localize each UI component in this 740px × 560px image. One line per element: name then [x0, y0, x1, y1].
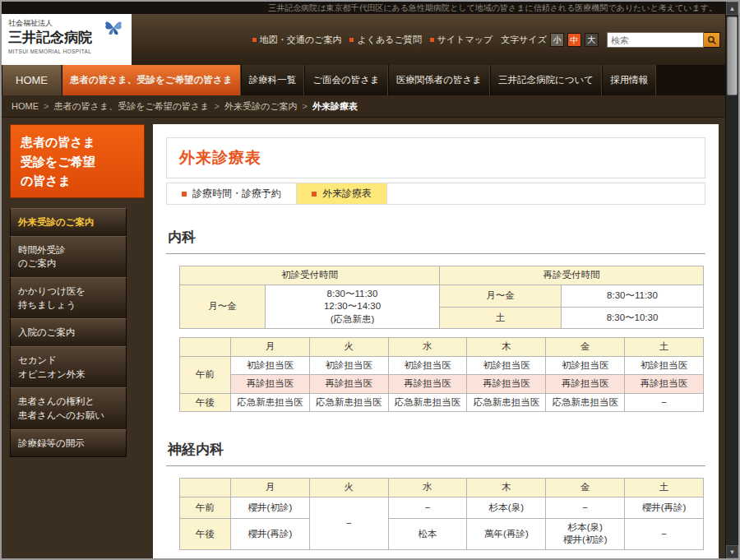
breadcrumb-patients[interactable]: 患者の皆さま、受診をご希望の皆さま [53, 100, 209, 113]
nav-medical-professionals[interactable]: 医療関係者の皆さま [388, 65, 490, 95]
search-icon [707, 35, 717, 45]
schedule-cell: − [625, 518, 704, 549]
top-message-bar: 三井記念病院は東京都千代田区にある急性期病院として地域の皆さまに信頼される医療機… [2, 2, 725, 14]
font-size-control: 文字サイズ 小 中 大 [501, 33, 599, 47]
day-header: 火 [309, 338, 388, 357]
schedule-cell: 応急新患担当医 [546, 393, 625, 412]
day-header: 土 [625, 338, 704, 357]
tab-outpatient-schedule[interactable]: 外来診療表 [297, 183, 387, 204]
butterfly-logo-icon [102, 17, 125, 40]
am-label: 午前 [180, 497, 231, 518]
nav-recruit[interactable]: 採用情報 [602, 65, 656, 95]
sidebar-item-outpatient-guide[interactable]: 外来受診のご案内 [10, 208, 127, 236]
neurology-schedule-table: 月 火 水 木 金 土 午前 櫻井(初診) − − 杉本(泉) − [179, 478, 704, 550]
day-header: 水 [388, 479, 467, 498]
day-header: 金 [546, 338, 625, 357]
schedule-cell: 再診担当医 [309, 375, 388, 394]
schedule-cell: 初診担当医 [625, 356, 704, 375]
font-size-small-button[interactable]: 小 [550, 33, 564, 47]
bullet-icon [349, 38, 354, 42]
breadcrumb: HOME > 患者の皆さま、受診をご希望の皆さま > 外来受診のご案内 > 外来… [2, 95, 725, 118]
pm-label: 午後 [180, 518, 231, 549]
day-header: 水 [388, 338, 467, 357]
search-input[interactable] [607, 32, 704, 48]
schedule-cell: 初診担当医 [231, 356, 310, 375]
schedule-cell: 再診担当医 [388, 375, 467, 394]
tab-consultation-hours[interactable]: 診療時間・診療予約 [167, 183, 297, 204]
breadcrumb-home[interactable]: HOME [12, 101, 39, 111]
day-header: 土 [625, 479, 704, 498]
schedule-cell: − [546, 497, 625, 518]
schedule-cell: 松本 [388, 518, 467, 549]
hospital-tagline: 三井記念病院は東京都千代田区にある急性期病院として地域の皆さまに信頼される医療機… [268, 2, 717, 14]
sidebar-item-patient-rights[interactable]: 患者さんの権利と 患者さんへのお願い [10, 387, 127, 428]
link-faq[interactable]: よくあるご質問 [349, 34, 421, 46]
hospital-logo[interactable]: 社会福祉法人 三井記念病院 MITSUI MEMORIAL HOSPITAL [2, 14, 132, 65]
schedule-cell: 初診担当医 [467, 356, 546, 375]
revisit-days: 月〜金 [440, 285, 562, 307]
scroll-up-button[interactable]: ▲ [726, 2, 738, 15]
scroll-down-button[interactable]: ▼ [726, 545, 738, 558]
nav-visitors[interactable]: ご面会の皆さま [304, 65, 388, 95]
browser-viewport: 三井記念病院は東京都千代田区にある急性期病院として地域の皆さまに信頼される医療機… [0, 0, 740, 560]
nav-patients[interactable]: 患者の皆さま、受診をご希望の皆さま [62, 65, 241, 95]
bullet-icon [182, 192, 187, 197]
page-title-box: 外来診療表 [166, 137, 705, 178]
sidebar-item-medical-records[interactable]: 診療録等の開示 [10, 429, 127, 457]
font-size-label: 文字サイズ [501, 34, 547, 46]
schedule-cell: 応急新患担当医 [309, 393, 388, 412]
tab-row: 診療時間・診療予約 外来診療表 [166, 183, 705, 205]
body-area: 患者の皆さま 受診をご希望 の皆さま 外来受診のご案内 時間外受診 のご案内 か… [2, 118, 725, 558]
scrollbar-thumb[interactable] [727, 16, 738, 95]
link-label: サイトマップ [437, 34, 493, 46]
breadcrumb-outpatient-guide[interactable]: 外来受診のご案内 [224, 100, 298, 113]
scrollbar-track[interactable] [726, 15, 738, 545]
revisit-days: 土 [440, 307, 562, 329]
sidebar-item-family-doctor[interactable]: かかりつけ医を 持ちましょう [10, 277, 127, 318]
nav-departments[interactable]: 診療科一覧 [241, 65, 305, 95]
search-button[interactable] [704, 32, 720, 48]
first-visit-days: 月〜金 [180, 285, 266, 329]
breadcrumb-current: 外来診療表 [312, 100, 358, 113]
day-header: 金 [546, 479, 625, 498]
schedule-cell: 萬年(再診) [467, 518, 546, 549]
link-sitemap[interactable]: サイトマップ [430, 34, 493, 46]
nav-home[interactable]: HOME [2, 65, 62, 95]
bullet-icon [312, 192, 317, 197]
link-access-map[interactable]: 地図・交通のご案内 [252, 34, 342, 46]
schedule-cell: 応急新患担当医 [388, 393, 467, 412]
schedule-cell: 杉本(泉) 櫻井(初診) [546, 518, 625, 549]
sidebar-menu: 外来受診のご案内 時間外受診 のご案内 かかりつけ医を 持ちましょう 入院のご案… [10, 208, 127, 457]
nav-about-hospital[interactable]: 三井記念病院について [490, 65, 602, 95]
am-label: 午前 [180, 356, 231, 393]
revisit-time: 8:30〜11:30 [562, 285, 704, 307]
sidebar-section-title[interactable]: 患者の皆さま 受診をご希望 の皆さま [10, 124, 145, 198]
pm-label: 午後 [180, 393, 231, 412]
font-size-medium-button[interactable]: 中 [567, 33, 581, 47]
schedule-cell: 再診担当医 [467, 375, 546, 394]
schedule-cell: − [309, 497, 388, 549]
bullet-icon [430, 38, 434, 42]
font-size-large-button[interactable]: 大 [585, 33, 599, 47]
schedule-cell: − [388, 497, 467, 518]
schedule-cell: 杉本(泉) [467, 497, 546, 518]
sidebar-item-hospitalization[interactable]: 入院のご案内 [10, 318, 127, 346]
schedule-cell: 再診担当医 [625, 375, 704, 394]
sidebar-item-second-opinion[interactable]: セカンド オピニオン外来 [10, 346, 127, 387]
site-search [607, 32, 720, 48]
site-header: 社会福祉法人 三井記念病院 MITSUI MEMORIAL HOSPITAL 地… [2, 14, 725, 65]
breadcrumb-separator: > [215, 101, 220, 111]
section-heading-neurology: 神経内科 [166, 438, 705, 466]
schedule-cell: 応急新患担当医 [467, 393, 546, 412]
link-label: 地図・交通のご案内 [260, 34, 342, 46]
vertical-scrollbar[interactable]: ▲ ▼ [725, 2, 738, 558]
corner-cell [180, 479, 231, 498]
sidebar-item-after-hours[interactable]: 時間外受診 のご案内 [10, 236, 127, 277]
internal-medicine-schedule-table: 月 火 水 木 金 土 午前 初診担当医 初診担当医 初診担当医 初診担当医 初… [179, 337, 704, 412]
corner-cell [180, 338, 231, 357]
first-visit-time: 8:30〜11:30 12:30〜14:30 (応急新患) [266, 285, 440, 329]
main-navigation: HOME 患者の皆さま、受診をご希望の皆さま 診療科一覧 ご面会の皆さま 医療関… [2, 65, 725, 95]
tab-label: 外来診療表 [322, 187, 372, 201]
day-header: 火 [309, 479, 388, 498]
day-header: 月 [231, 338, 310, 357]
